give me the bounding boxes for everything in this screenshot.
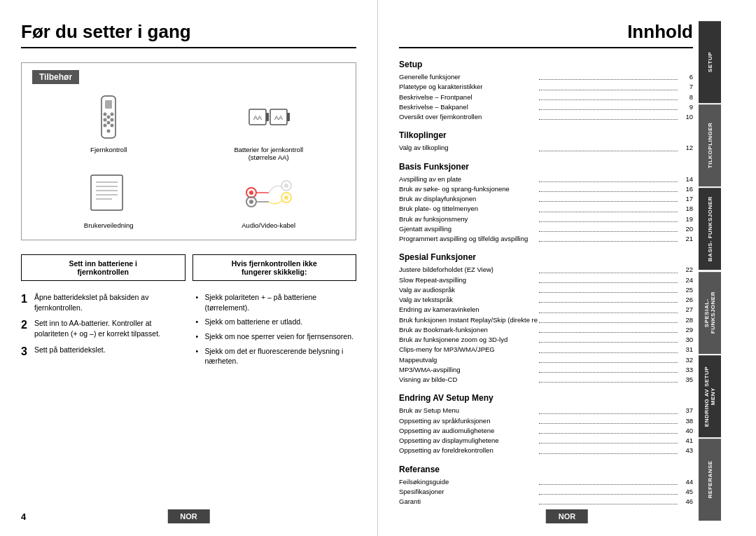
toc-item: Oversikt over fjernkontrollen10 xyxy=(399,112,693,122)
toc-item: Oppsetting av språkfunksjonen38 xyxy=(399,416,693,426)
accessories-title: Tilbehør xyxy=(32,70,79,84)
bullet-2: • Sjekk om batteriene er utladd. xyxy=(196,317,357,327)
svg-point-27 xyxy=(284,184,288,188)
toc-item: Oppsetting av foreldrekontrollen43 xyxy=(399,446,693,455)
bullet-3: • Sjekk om noe sperrer veien for fjernse… xyxy=(196,331,357,342)
cable-icon xyxy=(241,168,297,217)
batteries-label: Batterier for jernkontroll(størrelse AA) xyxy=(234,146,303,161)
instruction-boxes: Sett inn batteriene ifjernkontrollen Hvi… xyxy=(21,254,356,281)
steps-container: 1 Åpne batteridekslet på baksiden av fje… xyxy=(21,292,356,371)
manual-label: Brukerveiledning xyxy=(84,221,134,229)
toc-title-basis: Basis Funksjoner xyxy=(399,162,693,172)
toc-item: Bruk plate- og tittelmenyen18 xyxy=(399,204,693,214)
toc-item: Slow Repeat-avspilling24 xyxy=(399,275,693,285)
toc-item: Bruk av funksjonene zoom og 3D-lyd30 xyxy=(399,335,693,345)
accessory-remote: Fjernkontroll xyxy=(32,92,186,161)
svg-rect-14 xyxy=(287,113,290,121)
toc-item: Clips-meny for MP3/WMA/JPEG31 xyxy=(399,345,693,355)
toc-item: Justere bildeforholdet (EZ View)22 xyxy=(399,265,693,275)
accessory-batteries: AA AA Batterier for jernkontroll(størrel… xyxy=(192,92,346,161)
toc-item: Beskrivelse – Bakpanel9 xyxy=(399,102,693,112)
svg-point-29 xyxy=(249,200,253,204)
toc-item: Endring av kameravinkelen27 xyxy=(399,305,693,315)
bullet-icon-4: • xyxy=(196,346,202,366)
tab-referanse: REFERANSE xyxy=(699,439,721,521)
step-2-text: Sett inn to AA-batterier. Kontroller at … xyxy=(34,318,182,338)
svg-point-6 xyxy=(104,123,107,127)
nor-badge-left: NOR xyxy=(167,509,209,523)
svg-text:AA: AA xyxy=(253,114,262,121)
toc-item: Valg av tekstspråk26 xyxy=(399,295,693,305)
svg-point-2 xyxy=(104,112,107,116)
toc-title-tilkoplinger: Tilkoplinger xyxy=(399,130,693,140)
side-tabs: SETUP TILKOPLINGER BASIS- FUNKSJONER SPE… xyxy=(699,21,721,522)
svg-point-24 xyxy=(249,191,253,195)
toc-title-referanse: Referanse xyxy=(399,465,693,474)
toc-item: Platetype og karakteristikker7 xyxy=(399,82,693,92)
remote-icon xyxy=(80,92,136,142)
toc-section-endring: Endring AV Setup Meny Bruk av Setup Menu… xyxy=(399,393,693,455)
toc-item: Spesifikasjoner45 xyxy=(399,487,693,497)
nor-badge-right: NOR xyxy=(546,509,588,523)
instruction-box-battery: Sett inn batteriene ifjernkontrollen xyxy=(21,254,186,281)
svg-point-32 xyxy=(284,195,288,200)
bullet-1: • Sjekk polariteten + – på batteriene (t… xyxy=(196,292,357,312)
svg-point-3 xyxy=(111,112,114,116)
step-number-1: 1 xyxy=(21,292,31,312)
svg-rect-12 xyxy=(266,113,269,121)
bullets-list: • Sjekk polariteten + – på batteriene (t… xyxy=(196,292,357,371)
toc-section-tilkoplinger: Tilkoplinger Valg av tilkopling12 xyxy=(399,130,693,153)
toc-item: Feilsøkingsguide44 xyxy=(399,477,693,487)
toc-title-spesial: Spesial Funksjoner xyxy=(399,252,693,262)
step-3-text: Sett på batteridekslet. xyxy=(34,345,106,358)
toc-item: Bruk funksjonen Instant Replay/Skip (dir… xyxy=(399,315,693,325)
accessories-grid: Fjernkontroll AA AA Batterier for jernko… xyxy=(32,92,345,229)
batteries-icon: AA AA xyxy=(241,92,297,142)
tab-endring: ENDRING AV SETUP MENY xyxy=(699,355,721,437)
toc-item: Bruk av funksjonsmeny19 xyxy=(399,214,693,224)
bullet-4: • Sjekk om det er fluorescerende belysni… xyxy=(196,346,357,366)
toc-item: Oppsetting av audiomulighetene40 xyxy=(399,426,693,436)
step-1: 1 Åpne batteridekslet på baksiden av fje… xyxy=(21,292,182,312)
toc-item: Gjentatt avspilling20 xyxy=(399,224,693,234)
svg-point-5 xyxy=(111,118,114,121)
bullet-3-text: Sjekk om noe sperrer veien for fjernsens… xyxy=(205,331,354,342)
toc-section-setup: Setup Generelle funksjoner6 Platetype og… xyxy=(399,60,693,122)
toc-item: Valg av tilkopling12 xyxy=(399,143,693,153)
remote-label: Fjernkontroll xyxy=(90,146,127,153)
tab-spesial: SPESIAL- FUNKSJONER xyxy=(699,272,721,354)
svg-point-7 xyxy=(111,123,114,127)
step-number-2: 2 xyxy=(21,318,31,338)
toc-section-spesial: Spesial Funksjoner Justere bildeforholde… xyxy=(399,252,693,385)
toc-item: Oppsetting av displaymulighetene41 xyxy=(399,436,693,446)
toc-item: Bruk av Setup Menu37 xyxy=(399,406,693,415)
manual-icon xyxy=(80,168,136,217)
left-title: Før du setter i gang xyxy=(21,21,356,48)
step-3: 3 Sett på batteridekslet. xyxy=(21,345,182,358)
right-title: Innhold xyxy=(399,21,693,48)
toc-item: Mappeutvalg32 xyxy=(399,355,693,365)
bullet-4-text: Sjekk om det er fluorescerende belysning… xyxy=(205,346,357,366)
tab-basis: BASIS- FUNKSJONER xyxy=(699,188,721,270)
instruction-box-troubleshoot: Hvis fjernkontrollen ikkefungerer skikke… xyxy=(192,254,357,281)
right-content: Innhold Setup Generelle funksjoner6 Plat… xyxy=(399,21,693,522)
toc-item: Bruk av søke- og sprang-funksjonene16 xyxy=(399,184,693,194)
toc-item: Garanti46 xyxy=(399,497,693,507)
left-page: Før du setter i gang Tilbehør xyxy=(0,0,378,536)
svg-point-4 xyxy=(104,118,107,121)
toc-title-endring: Endring AV Setup Meny xyxy=(399,393,693,403)
cable-label: Audio/Video-kabel xyxy=(241,221,295,229)
svg-point-9 xyxy=(107,121,111,124)
step-1-text: Åpne batteridekslet på baksiden av fjern… xyxy=(34,292,182,312)
svg-rect-17 xyxy=(91,175,122,210)
toc-item: Bruk av Bookmark-funksjonen29 xyxy=(399,325,693,335)
accessory-manual: Brukerveiledning xyxy=(32,168,186,229)
svg-point-8 xyxy=(107,115,111,118)
toc-item: Visning av bilde-CD35 xyxy=(399,375,693,385)
toc-section-referanse: Referanse Feilsøkingsguide44 Spesifikasj… xyxy=(399,465,693,507)
step-2: 2 Sett inn to AA-batterier. Kontroller a… xyxy=(21,318,182,338)
toc-title-setup: Setup xyxy=(399,60,693,69)
svg-point-10 xyxy=(107,129,111,132)
tab-setup: SETUP xyxy=(699,21,721,103)
toc-section-basis: Basis Funksjoner Avspilling av en plate1… xyxy=(399,162,693,245)
